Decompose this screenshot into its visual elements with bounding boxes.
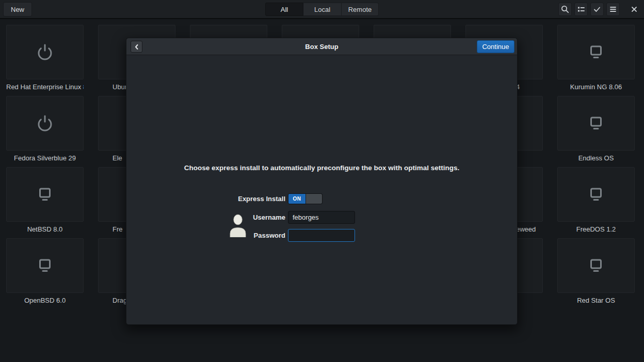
box-label: Fedora Silverblue 29 [6, 151, 84, 167]
box-cell: Red Star OS [557, 238, 635, 309]
box-tile[interactable] [6, 96, 84, 151]
dialog-title: Box Setup [126, 38, 517, 55]
box-label: Red Hat Enterprise Linux 8.0 [6, 79, 84, 96]
password-label: Password [126, 229, 285, 242]
app-window: New All Local Remote [0, 0, 644, 362]
switch-on-label: ON [288, 194, 305, 204]
menu-button[interactable] [606, 3, 620, 16]
box-label: NetBSD 8.0 [6, 222, 84, 238]
username-label: Username [126, 211, 285, 224]
box-tile[interactable] [6, 25, 84, 79]
search-icon [560, 5, 570, 14]
close-icon [630, 5, 638, 13]
box-label: Red Star OS [557, 293, 635, 309]
express-install-switch[interactable]: ON [288, 193, 323, 204]
view-filter-tabs: All Local Remote [265, 3, 379, 16]
dialog-header: Box Setup Continue [126, 38, 517, 55]
hamburger-menu-icon [608, 5, 618, 14]
box-cell: Red Hat Enterprise Linux 8.0 [6, 25, 84, 96]
box-setup-dialog: Box Setup Continue Choose express instal… [126, 38, 518, 325]
express-install-message: Choose express install to automatically … [126, 164, 517, 172]
header-actions [558, 3, 641, 16]
tab-remote[interactable]: Remote [342, 3, 379, 16]
box-tile[interactable] [557, 96, 635, 151]
box-cell: Endless OS [557, 96, 635, 167]
monitor-icon [36, 256, 54, 275]
box-label: FreeDOS 1.2 [557, 222, 635, 238]
box-label: Endless OS [557, 151, 635, 167]
new-box-button[interactable]: New [3, 2, 32, 17]
list-view-icon [576, 5, 586, 14]
box-label: Kurumin NG 8.06 [557, 79, 635, 96]
monitor-icon [36, 185, 54, 204]
monitor-icon [587, 256, 605, 275]
box-tile[interactable] [6, 238, 84, 293]
continue-button[interactable]: Continue [477, 40, 514, 53]
box-cell: Kurumin NG 8.06 [557, 25, 635, 96]
header-bar: New All Local Remote [0, 0, 644, 19]
monitor-icon [587, 43, 605, 61]
selection-mode-button[interactable] [590, 3, 604, 16]
search-button[interactable] [558, 3, 572, 16]
dialog-body: Choose express install to automatically … [126, 55, 517, 325]
power-icon [36, 43, 54, 61]
close-window-button[interactable] [627, 3, 641, 16]
box-label: OpenBSD 6.0 [6, 293, 84, 309]
switch-knob [305, 194, 322, 204]
monitor-icon [587, 114, 605, 133]
password-input[interactable] [288, 229, 355, 242]
box-cell: OpenBSD 6.0 [6, 238, 84, 309]
box-tile[interactable] [557, 167, 635, 222]
username-input[interactable] [288, 211, 355, 224]
tab-local[interactable]: Local [303, 3, 342, 16]
monitor-icon [587, 185, 605, 204]
checkmark-icon [592, 5, 602, 14]
box-tile[interactable] [557, 238, 635, 293]
box-cell: Fedora Silverblue 29 [6, 96, 84, 167]
list-view-button[interactable] [574, 3, 588, 16]
box-tile[interactable] [557, 25, 635, 79]
box-cell: FreeDOS 1.2 [557, 167, 635, 238]
power-icon [36, 114, 54, 133]
box-cell: NetBSD 8.0 [6, 167, 84, 238]
tab-all[interactable]: All [265, 3, 303, 16]
box-tile[interactable] [6, 167, 84, 222]
express-install-label: Express Install [126, 193, 285, 204]
